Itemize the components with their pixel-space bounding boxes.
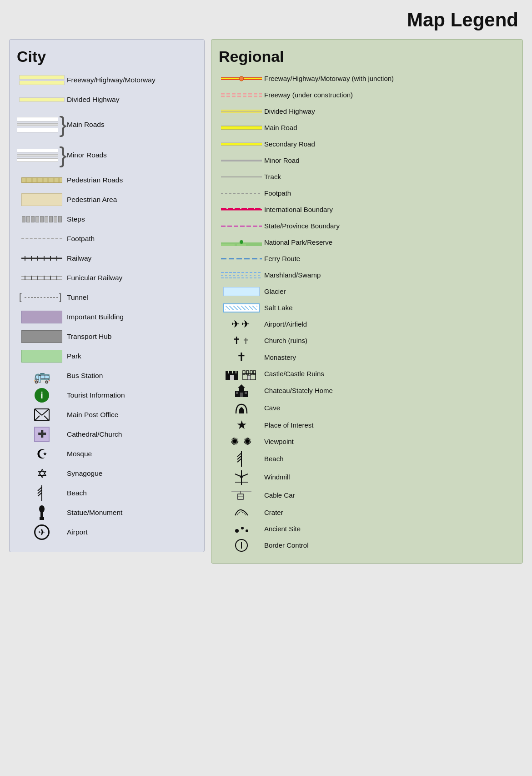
svg-rect-61 bbox=[233, 371, 236, 374]
list-item: Main Road bbox=[219, 121, 515, 135]
svg-rect-68 bbox=[253, 371, 256, 374]
reg-castle-label: Castle/Castle Ruins bbox=[264, 370, 515, 378]
list-item: Border Control bbox=[219, 539, 515, 552]
reg-marshland-label: Marshland/Swamp bbox=[264, 271, 515, 279]
list-item: Windmill bbox=[219, 469, 515, 485]
reg-glacier-label: Glacier bbox=[264, 287, 515, 296]
reg-crater-sym bbox=[219, 508, 264, 517]
list-item: Ferry Route bbox=[219, 252, 515, 266]
svg-rect-27 bbox=[40, 517, 44, 520]
list-item: Secondary Road bbox=[219, 137, 515, 151]
list-item: } Main Roads bbox=[17, 111, 197, 138]
tourist-info-label: Tourist Information bbox=[67, 391, 197, 400]
svg-point-29 bbox=[39, 505, 45, 513]
statue-label: Statue/Monument bbox=[67, 509, 197, 517]
freeway-label: Freeway/Highway/Motorway bbox=[67, 76, 197, 85]
reg-state-boundary-sym bbox=[219, 224, 264, 228]
svg-rect-74 bbox=[236, 392, 238, 394]
reg-footpath-label: Footpath bbox=[264, 189, 515, 197]
reg-chateau-label: Chateau/Stately Home bbox=[264, 387, 515, 395]
svg-point-32 bbox=[239, 76, 244, 81]
reg-ancient-label: Ancient Site bbox=[264, 525, 515, 533]
mosque-symbol: ☪ bbox=[17, 447, 67, 462]
reg-church-sym: ✝✝ bbox=[219, 335, 264, 347]
list-item: Cave bbox=[219, 401, 515, 415]
reg-divided-sym bbox=[219, 108, 264, 115]
bus-station-label: Bus Station bbox=[67, 372, 197, 380]
reg-viewpoint-label: Viewpoint bbox=[264, 438, 515, 446]
list-item: ☪ Mosque bbox=[17, 446, 197, 462]
reg-poi-sym: ★ bbox=[219, 418, 264, 432]
tunnel-symbol: [ ] bbox=[17, 292, 67, 303]
list-item: i Tourist Information bbox=[17, 387, 197, 403]
pedestrian-area-label: Pedestrian Area bbox=[67, 196, 197, 204]
pedestrian-area-symbol bbox=[17, 193, 67, 206]
reg-cave-sym bbox=[219, 401, 264, 415]
steps-label: Steps bbox=[67, 215, 197, 224]
reg-national-park-sym bbox=[219, 238, 264, 247]
reg-windmill-label: Windmill bbox=[264, 473, 515, 481]
reg-windmill-sym bbox=[219, 469, 264, 485]
list-item: Castle/Castle Ruins bbox=[219, 367, 515, 381]
main-post-label: Main Post Office bbox=[67, 411, 197, 419]
list-item: ✡ Synagogue bbox=[17, 465, 197, 482]
list-item: Crater bbox=[219, 506, 515, 519]
list-item: ✚ Cathedral/Church bbox=[17, 426, 197, 443]
reg-monastery-sym: ✝ bbox=[219, 350, 264, 364]
reg-chateau-sym bbox=[219, 383, 264, 398]
reg-ferry-sym bbox=[219, 257, 264, 261]
railway-symbol bbox=[17, 255, 67, 262]
list-item: Divided Highway bbox=[219, 105, 515, 118]
divided-highway-symbol bbox=[17, 97, 67, 102]
list-item: Cable Car bbox=[219, 488, 515, 503]
reg-track-label: Track bbox=[264, 173, 515, 181]
svg-rect-51 bbox=[221, 244, 235, 246]
pedestrian-roads-symbol bbox=[17, 177, 67, 183]
reg-castle-sym bbox=[219, 367, 264, 381]
reg-freeway-construction-label: Freeway (under construction) bbox=[264, 91, 515, 99]
list-item: 🚌 Bus Station bbox=[17, 368, 197, 384]
reg-beach-label: Beach bbox=[264, 455, 515, 463]
reg-airport-label: Airport/Airfield bbox=[264, 320, 515, 328]
list-item: Ancient Site bbox=[219, 522, 515, 536]
reg-monastery-label: Monastery bbox=[264, 353, 515, 362]
list-item: Steps bbox=[17, 211, 197, 227]
city-panel-title: City bbox=[17, 48, 197, 66]
list-item: ★ Place of Interest bbox=[219, 418, 515, 432]
reg-track-sym bbox=[219, 175, 264, 179]
reg-border-sym bbox=[219, 539, 264, 552]
svg-rect-62 bbox=[236, 371, 238, 374]
airport-city-symbol: ✈ bbox=[17, 524, 67, 540]
list-item: Main Post Office bbox=[17, 407, 197, 423]
list-item: ✝ Monastery bbox=[219, 350, 515, 364]
cathedral-symbol: ✚ bbox=[17, 427, 67, 442]
footpath-label: Footpath bbox=[67, 235, 197, 243]
list-item: Freeway (under construction) bbox=[219, 88, 515, 102]
list-item: Funicular Railway bbox=[17, 270, 197, 286]
svg-line-20 bbox=[42, 409, 49, 415]
list-item: Marshland/Swamp bbox=[219, 268, 515, 282]
page-title: Map Legend bbox=[9, 9, 523, 31]
reg-national-park-label: National Park/Reserve bbox=[264, 238, 515, 247]
main-post-symbol bbox=[17, 408, 67, 421]
reg-beach-sym bbox=[219, 451, 264, 467]
svg-line-22 bbox=[44, 416, 49, 421]
list-item: ✺ ✺ Viewpoint bbox=[219, 435, 515, 448]
list-item: Glacier bbox=[219, 285, 515, 298]
reg-minor-sym bbox=[219, 158, 264, 163]
svg-marker-72 bbox=[238, 384, 245, 388]
reg-freeway-construction-sym bbox=[219, 91, 264, 99]
regional-panel-title: Regional bbox=[219, 48, 515, 66]
svg-rect-63 bbox=[230, 375, 234, 380]
cathedral-label: Cathedral/Church bbox=[67, 430, 197, 439]
list-item: ✈ Airport bbox=[17, 524, 197, 540]
reg-cablecar-label: Cable Car bbox=[264, 491, 515, 499]
list-item: } Minor Roads bbox=[17, 141, 197, 169]
reg-intl-boundary-sym bbox=[219, 207, 264, 212]
minor-roads-symbol: } bbox=[17, 144, 67, 166]
reg-state-boundary-label: State/Province Boundary bbox=[264, 222, 515, 230]
reg-airport-sym: ✈✈ bbox=[219, 318, 264, 330]
transport-hub-symbol bbox=[17, 330, 67, 343]
reg-secondary-sym bbox=[219, 141, 264, 147]
reg-cave-label: Cave bbox=[264, 404, 515, 412]
